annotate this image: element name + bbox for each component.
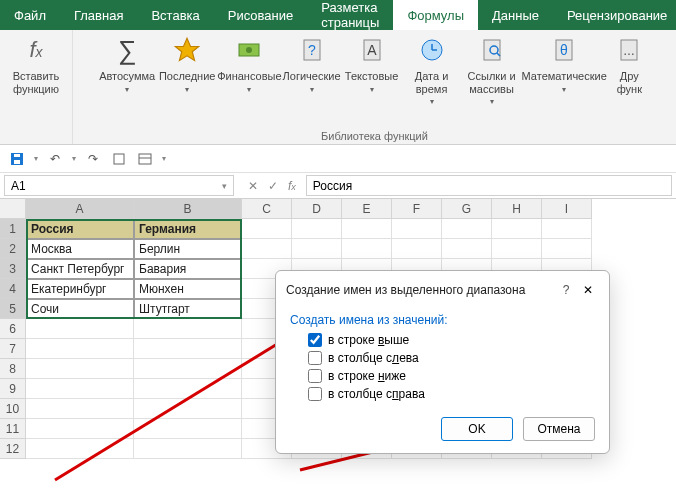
- name-box[interactable]: A1 ▾: [4, 175, 234, 196]
- chevron-down-icon[interactable]: ▾: [222, 181, 227, 191]
- autosum-button[interactable]: ∑ Автосумма▾: [97, 34, 157, 120]
- financial-button[interactable]: Финансовые▾: [217, 34, 281, 120]
- column-header-H[interactable]: H: [492, 199, 542, 219]
- tab-home[interactable]: Главная: [60, 0, 137, 30]
- cell-F1[interactable]: [392, 219, 442, 239]
- cell-G2[interactable]: [442, 239, 492, 259]
- cell-I2[interactable]: [542, 239, 592, 259]
- cancel-button[interactable]: Отмена: [523, 417, 595, 441]
- save-icon[interactable]: [8, 150, 26, 168]
- ok-button[interactable]: OK: [441, 417, 513, 441]
- tab-draw[interactable]: Рисование: [214, 0, 307, 30]
- cell-A5[interactable]: Сочи: [26, 299, 134, 319]
- cell-A1[interactable]: Россия: [26, 219, 134, 239]
- tab-layout[interactable]: Разметка страницы: [307, 0, 393, 30]
- more-functions-button[interactable]: … Дру функ: [607, 34, 652, 120]
- logical-button[interactable]: ? Логические▾: [282, 34, 342, 120]
- column-header-B[interactable]: B: [134, 199, 242, 219]
- cell-A4[interactable]: Екатеринбург: [26, 279, 134, 299]
- cell-A12[interactable]: [26, 439, 134, 459]
- tab-review[interactable]: Рецензирование: [553, 0, 676, 30]
- cell-I1[interactable]: [542, 219, 592, 239]
- tab-formulas[interactable]: Формулы: [393, 0, 478, 30]
- column-header-F[interactable]: F: [392, 199, 442, 219]
- column-header-G[interactable]: G: [442, 199, 492, 219]
- cell-E2[interactable]: [342, 239, 392, 259]
- tab-file[interactable]: Файл: [0, 0, 60, 30]
- close-icon[interactable]: ✕: [577, 279, 599, 301]
- fx-icon[interactable]: fx: [288, 179, 296, 193]
- column-header-C[interactable]: C: [242, 199, 292, 219]
- cell-B9[interactable]: [134, 379, 242, 399]
- undo-icon[interactable]: ↶: [46, 150, 64, 168]
- qat-btn-5[interactable]: [136, 150, 154, 168]
- cell-A3[interactable]: Санкт Петербург: [26, 259, 134, 279]
- checkbox-bottom-row[interactable]: в строке ниже: [308, 369, 595, 383]
- cell-B11[interactable]: [134, 419, 242, 439]
- cell-H1[interactable]: [492, 219, 542, 239]
- checkbox-left-col-input[interactable]: [308, 351, 322, 365]
- cell-B1[interactable]: Германия: [134, 219, 242, 239]
- column-header-D[interactable]: D: [292, 199, 342, 219]
- row-header-5[interactable]: 5: [0, 299, 26, 319]
- recent-button[interactable]: Последние▾: [157, 34, 217, 120]
- row-header-4[interactable]: 4: [0, 279, 26, 299]
- column-header-E[interactable]: E: [342, 199, 392, 219]
- tab-insert[interactable]: Вставка: [137, 0, 213, 30]
- cell-A10[interactable]: [26, 399, 134, 419]
- cell-C1[interactable]: [242, 219, 292, 239]
- formula-bar[interactable]: Россия: [306, 175, 672, 196]
- cell-D2[interactable]: [292, 239, 342, 259]
- row-header-6[interactable]: 6: [0, 319, 26, 339]
- cell-G1[interactable]: [442, 219, 492, 239]
- cell-B7[interactable]: [134, 339, 242, 359]
- cell-A11[interactable]: [26, 419, 134, 439]
- qat-btn-4[interactable]: [110, 150, 128, 168]
- row-header-3[interactable]: 3: [0, 259, 26, 279]
- checkbox-right-col[interactable]: в столбце справа: [308, 387, 595, 401]
- cell-C2[interactable]: [242, 239, 292, 259]
- row-header-1[interactable]: 1: [0, 219, 26, 239]
- cancel-icon[interactable]: ✕: [248, 179, 258, 193]
- cell-E1[interactable]: [342, 219, 392, 239]
- text-button[interactable]: A Текстовые▾: [342, 34, 402, 120]
- cell-A2[interactable]: Москва: [26, 239, 134, 259]
- column-header-A[interactable]: A: [26, 199, 134, 219]
- row-header-9[interactable]: 9: [0, 379, 26, 399]
- cell-B2[interactable]: Берлин: [134, 239, 242, 259]
- row-header-11[interactable]: 11: [0, 419, 26, 439]
- help-icon[interactable]: ?: [555, 279, 577, 301]
- cell-A9[interactable]: [26, 379, 134, 399]
- checkbox-right-col-input[interactable]: [308, 387, 322, 401]
- cell-B4[interactable]: Мюнхен: [134, 279, 242, 299]
- cell-B5[interactable]: Штутгарт: [134, 299, 242, 319]
- cell-F2[interactable]: [392, 239, 442, 259]
- cell-A8[interactable]: [26, 359, 134, 379]
- cell-H2[interactable]: [492, 239, 542, 259]
- insert-function-button[interactable]: fx Вставить функцию: [6, 34, 66, 120]
- tab-data[interactable]: Данные: [478, 0, 553, 30]
- math-button[interactable]: θ Математические▾: [522, 34, 607, 120]
- enter-icon[interactable]: ✓: [268, 179, 278, 193]
- cell-B6[interactable]: [134, 319, 242, 339]
- row-header-10[interactable]: 10: [0, 399, 26, 419]
- redo-icon[interactable]: ↷: [84, 150, 102, 168]
- column-header-I[interactable]: I: [542, 199, 592, 219]
- row-header-7[interactable]: 7: [0, 339, 26, 359]
- lookup-button[interactable]: Ссылки и массивы▾: [462, 34, 522, 120]
- row-header-2[interactable]: 2: [0, 239, 26, 259]
- datetime-button[interactable]: Дата и время▾: [402, 34, 462, 120]
- row-header-8[interactable]: 8: [0, 359, 26, 379]
- select-all-corner[interactable]: [0, 199, 26, 219]
- cell-B12[interactable]: [134, 439, 242, 459]
- checkbox-left-col[interactable]: в столбце слева: [308, 351, 595, 365]
- cell-B3[interactable]: Бавария: [134, 259, 242, 279]
- checkbox-bottom-row-input[interactable]: [308, 369, 322, 383]
- cell-B10[interactable]: [134, 399, 242, 419]
- row-header-12[interactable]: 12: [0, 439, 26, 459]
- cell-A6[interactable]: [26, 319, 134, 339]
- checkbox-top-row[interactable]: в строке выше: [308, 333, 595, 347]
- cell-B8[interactable]: [134, 359, 242, 379]
- cell-D1[interactable]: [292, 219, 342, 239]
- cell-A7[interactable]: [26, 339, 134, 359]
